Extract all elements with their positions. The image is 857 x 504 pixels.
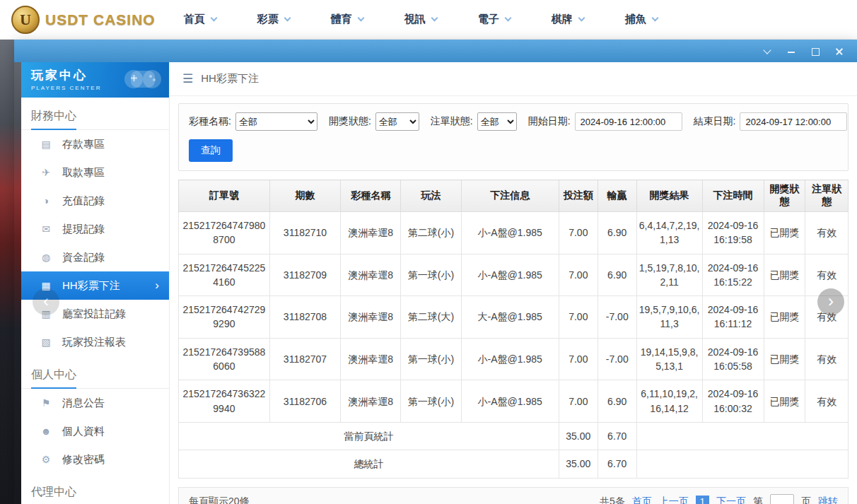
table-cell: 已開獎 (764, 254, 805, 296)
column-header: 下注時間 (702, 180, 764, 212)
table-cell: 已開獎 (764, 380, 805, 423)
chevron-right-icon: › (155, 279, 159, 293)
sidebar-item[interactable]: ✈取款專區 (21, 158, 169, 187)
table-cell: 有效 (805, 338, 849, 380)
sidebar-item[interactable]: ◑充值記錄 (21, 187, 169, 215)
order-status-select[interactable]: 全部 (477, 112, 517, 131)
table-cell: 澳洲幸運8 (341, 212, 401, 254)
table-cell: 19,5,7,9,10,6,11,3 (636, 296, 702, 339)
lottery-name-select[interactable]: 全部 (235, 112, 317, 131)
page-size-text: 每頁顯示20條 (189, 496, 250, 504)
sidebar-section-heading-label: 代理中心 (31, 485, 76, 504)
sidebar-item[interactable]: ▧玩家投注報表 (21, 328, 169, 356)
page-jump-input[interactable] (770, 494, 794, 504)
site-logo[interactable]: U USDT CASINO (11, 6, 156, 34)
breadcrumb: ☰ HH彩票下注 (170, 62, 857, 96)
table-cell: 31182708 (269, 296, 340, 339)
draw-status-select[interactable]: 全部 (375, 112, 419, 131)
summary-row: 總統計35.006.70 (179, 450, 849, 478)
chevron-down-icon (578, 15, 585, 22)
table-cell: 小-A盤@1.985 (461, 254, 559, 296)
current-page[interactable]: 1 (696, 496, 709, 504)
nav-item-label: 捕魚 (625, 13, 646, 26)
page-prefix-label: 第 (753, 496, 763, 504)
sidebar-section-heading-label: 個人中心 (31, 368, 76, 389)
start-date-input[interactable] (575, 112, 682, 131)
withdraw-icon: ✈ (40, 167, 52, 178)
table-cell: 第一球(小) (401, 254, 461, 296)
main-content: ☰ HH彩票下注 彩種名稱: 全部 (170, 62, 857, 504)
close-icon[interactable] (834, 46, 844, 56)
nav-item-label: 體育 (331, 13, 352, 26)
end-date-label: 結束日期: (694, 115, 736, 128)
table-cell: 大-A盤@1.985 (461, 296, 559, 339)
search-button[interactable]: 查詢 (189, 139, 233, 162)
end-date-input[interactable] (740, 112, 847, 131)
table-cell: 已開獎 (764, 296, 805, 339)
nav-item[interactable]: 電子 (478, 13, 511, 26)
table-cell: 第二球(大) (401, 296, 461, 339)
player-report-icon: ▧ (40, 336, 52, 348)
column-header: 開獎狀態 (764, 180, 805, 212)
prev-page-link[interactable]: 上一页 (659, 496, 689, 504)
chevron-down-icon (210, 15, 217, 22)
cashout-record-icon: ✉ (40, 223, 52, 235)
table-cell: 6,11,10,19,2,16,14,12 (636, 380, 702, 423)
table-cell: 2024-09-16 16:19:58 (702, 212, 764, 254)
table-row: 215217264747980870031182710澳洲幸運8第二球(小)小-… (179, 212, 849, 254)
nav-item-label: 電子 (478, 13, 499, 26)
table-cell: 31182707 (269, 338, 340, 380)
sidebar: 玩家中心 PLAYERS CENTER 財務中心▤存款專區✈取款專區◑充值記錄 (21, 62, 170, 504)
lottery-name-label: 彩種名稱: (189, 115, 231, 128)
nav-item[interactable]: 首頁 (184, 13, 216, 26)
column-header: 輸贏 (597, 180, 636, 212)
window-titlebar (14, 40, 857, 62)
table-cell: 第一球(小) (401, 380, 461, 423)
summary-empty-cell (636, 450, 848, 478)
table-cell: 6.90 (597, 380, 636, 423)
table-cell: 2152172647479808700 (179, 212, 270, 254)
table-cell: 7.00 (559, 212, 597, 254)
nav-item[interactable]: 捕魚 (625, 13, 658, 26)
sidebar-item[interactable]: ◍資金記錄 (21, 243, 169, 271)
nav-item[interactable]: 棋牌 (552, 13, 584, 26)
table-cell: 已開獎 (764, 338, 805, 380)
minimize-icon[interactable] (786, 46, 796, 56)
funds-record-icon: ◍ (40, 252, 52, 263)
column-header: 期數 (269, 180, 340, 212)
table-row: 215217264736322994031182706澳洲幸運8第一球(小)小-… (179, 380, 849, 423)
sidebar-item[interactable]: ⚑消息公告 (21, 389, 169, 417)
next-page-link[interactable]: 下一页 (716, 496, 746, 504)
sidebar-item-label: 存款專區 (62, 138, 105, 151)
column-header: 下注信息 (461, 180, 559, 212)
first-page-link[interactable]: 首页 (632, 496, 652, 504)
order-status-filter: 注單狀態: 全部 (431, 112, 517, 131)
collapse-window-icon[interactable] (762, 46, 772, 56)
nav-item[interactable]: 體育 (331, 13, 363, 26)
chevron-down-icon (431, 15, 438, 22)
sidebar-item[interactable]: ⚙修改密碼 (21, 445, 169, 474)
chevron-down-icon (284, 15, 291, 22)
carousel-prev-button[interactable]: ‹ (33, 288, 59, 315)
table-row: 215217264745225416031182709澳洲幸運8第一球(小)小-… (179, 254, 849, 296)
password-icon: ⚙ (40, 454, 52, 465)
nav-item-label: 彩票 (257, 13, 279, 26)
nav-item[interactable]: 視訊 (404, 13, 437, 26)
table-header-row: 訂單號期數彩種名稱玩法下注信息投注額輸贏開獎結果下注時間開獎狀態注單狀態 (179, 180, 849, 212)
table-cell: 第二球(小) (401, 212, 461, 254)
carousel-next-button[interactable]: › (817, 288, 844, 315)
jump-link[interactable]: 跳转 (818, 496, 838, 504)
table-cell: 31182710 (269, 212, 340, 254)
nav-item[interactable]: 彩票 (257, 13, 290, 26)
table-cell: -7.00 (597, 338, 636, 380)
hamburger-icon[interactable]: ☰ (182, 71, 193, 86)
sidebar-item[interactable]: ▤存款專區 (21, 130, 169, 158)
sidebar-item-label: 取款專區 (62, 166, 105, 180)
gamepad-icon (119, 65, 166, 95)
sidebar-item[interactable]: ✉提現記錄 (21, 215, 169, 243)
maximize-icon[interactable] (810, 46, 820, 56)
sidebar-item[interactable]: ☻個人資料 (21, 417, 169, 445)
table-cell: 小-A盤@1.985 (461, 338, 559, 380)
table-cell: 6,4,14,7,2,19,1,13 (636, 212, 702, 254)
filter-panel: 彩種名稱: 全部 開獎狀態: 全部 (178, 103, 849, 171)
